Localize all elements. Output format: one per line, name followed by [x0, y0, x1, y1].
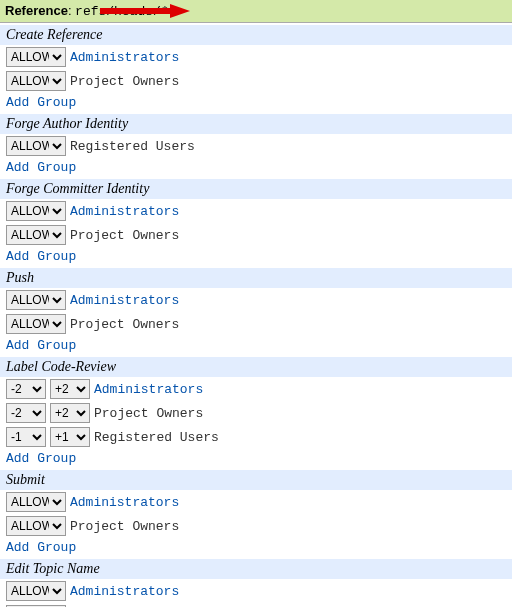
group-link[interactable]: Administrators — [94, 382, 203, 397]
section-label-code-review: Label Code-Review — [0, 357, 512, 377]
perm-row: ALLOW Administrators — [0, 490, 512, 514]
allow-select[interactable]: ALLOW — [6, 136, 66, 156]
allow-select[interactable]: ALLOW — [6, 225, 66, 245]
allow-select[interactable]: ALLOW — [6, 581, 66, 601]
reference-header-heads: Reference: refs/heads/* — [0, 0, 512, 23]
reference-label: Reference — [5, 3, 68, 18]
section-create-reference: Create Reference — [0, 25, 512, 45]
max-select[interactable]: +2 — [50, 403, 90, 423]
perm-row: ALLOW Project Owners — [0, 514, 512, 538]
group-link[interactable]: Administrators — [70, 204, 179, 219]
allow-select[interactable]: ALLOW — [6, 290, 66, 310]
perm-row: -2 +2 Project Owners — [0, 401, 512, 425]
allow-select[interactable]: ALLOW — [6, 47, 66, 67]
add-group-link[interactable]: Add Group — [0, 158, 512, 177]
section-forge-author: Forge Author Identity — [0, 114, 512, 134]
allow-select[interactable]: ALLOW — [6, 314, 66, 334]
min-select[interactable]: -2 — [6, 403, 46, 423]
perm-row: ALLOW Registered Users — [0, 134, 512, 158]
group-text: Registered Users — [94, 430, 219, 445]
add-group-link[interactable]: Add Group — [0, 538, 512, 557]
perm-row: ALLOW Project Owners — [0, 223, 512, 247]
perm-row: ALLOW Administrators — [0, 199, 512, 223]
group-text: Project Owners — [94, 406, 203, 421]
section-edit-topic: Edit Topic Name — [0, 559, 512, 579]
add-group-link[interactable]: Add Group — [0, 93, 512, 112]
section-push: Push — [0, 268, 512, 288]
max-select[interactable]: +1 — [50, 427, 90, 447]
allow-select[interactable]: ALLOW — [6, 492, 66, 512]
section-submit: Submit — [0, 470, 512, 490]
perm-row: -1 +1 Registered Users — [0, 425, 512, 449]
group-link[interactable]: Administrators — [70, 495, 179, 510]
group-link[interactable]: Administrators — [70, 584, 179, 599]
add-group-link[interactable]: Add Group — [0, 449, 512, 468]
reference-value: refs/heads/* — [75, 4, 169, 19]
group-text: Project Owners — [70, 519, 179, 534]
section-forge-committer: Forge Committer Identity — [0, 179, 512, 199]
group-link[interactable]: Administrators — [70, 50, 179, 65]
min-select[interactable]: -1 — [6, 427, 46, 447]
group-text: Project Owners — [70, 74, 179, 89]
perm-row: -2 +2 Administrators — [0, 377, 512, 401]
perm-row: ALLOW Project Owners — [0, 312, 512, 336]
max-select[interactable]: +2 — [50, 379, 90, 399]
add-group-link[interactable]: Add Group — [0, 336, 512, 355]
perm-row: ALLOW Administrators — [0, 288, 512, 312]
group-text: Project Owners — [70, 317, 179, 332]
group-text: Project Owners — [70, 228, 179, 243]
allow-select[interactable]: ALLOW — [6, 71, 66, 91]
allow-select[interactable]: ALLOW — [6, 516, 66, 536]
perm-row: ALLOW Project Owners — [0, 69, 512, 93]
perm-row: ALLOW Project Owners — [0, 603, 512, 607]
group-link[interactable]: Administrators — [70, 293, 179, 308]
add-group-link[interactable]: Add Group — [0, 247, 512, 266]
perm-row: ALLOW Administrators — [0, 45, 512, 69]
perm-row: ALLOW Administrators — [0, 579, 512, 603]
allow-select[interactable]: ALLOW — [6, 201, 66, 221]
group-text: Registered Users — [70, 139, 195, 154]
min-select[interactable]: -2 — [6, 379, 46, 399]
